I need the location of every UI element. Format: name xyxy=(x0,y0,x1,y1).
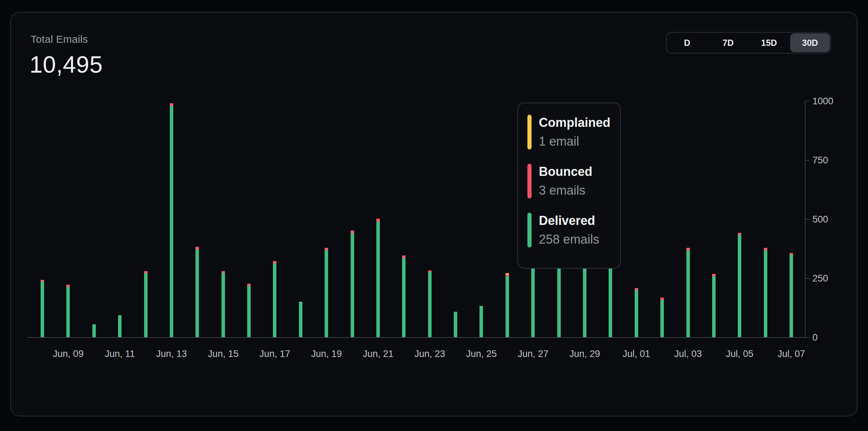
bar-jun-08[interactable] xyxy=(41,280,44,337)
bar-jul-01[interactable] xyxy=(635,288,638,337)
tooltip-label: Complained xyxy=(539,115,610,131)
range-option-d[interactable]: D xyxy=(667,33,707,52)
bar-segment-bounced xyxy=(325,248,328,250)
bar-jun-20[interactable] xyxy=(351,230,354,337)
tooltip-value: 258 emails xyxy=(539,231,599,247)
bar-segment-delivered xyxy=(273,263,276,337)
total-emails-value: 10,495 xyxy=(30,51,103,78)
bar-segment-bounced xyxy=(660,298,664,300)
bar-segment-delivered xyxy=(738,235,741,337)
bar-jul-03[interactable] xyxy=(686,248,690,337)
bar-segment-delivered xyxy=(170,106,173,337)
bar-segment-delivered xyxy=(351,233,354,337)
tooltip-label: Bounced xyxy=(539,164,592,180)
total-emails-title: Total Emails xyxy=(31,33,88,45)
bar-segment-bounced xyxy=(170,103,173,106)
bar-segment-delivered xyxy=(402,258,406,337)
bar-segment-bounced xyxy=(712,274,716,276)
bar-segment-delivered xyxy=(764,250,767,337)
range-option-7d[interactable]: 7D xyxy=(708,33,748,52)
tooltip-item-delivered: Delivered 258 emails xyxy=(527,213,612,247)
bar-segment-delivered xyxy=(506,276,509,337)
bar-segment-delivered xyxy=(222,273,225,337)
bar-segment-delivered xyxy=(635,290,638,337)
total-emails-card xyxy=(10,12,858,416)
bar-jun-13[interactable] xyxy=(170,103,173,337)
bar-jun-24[interactable] xyxy=(454,312,457,337)
bar-segment-delivered xyxy=(583,267,586,337)
bar-jul-04[interactable] xyxy=(712,274,716,337)
bar-jun-12[interactable] xyxy=(144,271,148,337)
bar-segment-delivered xyxy=(41,282,44,337)
bar-segment-delivered xyxy=(531,263,535,337)
bar-jun-14[interactable] xyxy=(195,247,199,337)
bar-segment-delivered xyxy=(660,300,664,337)
bar-jun-18[interactable] xyxy=(299,302,302,337)
bar-jun-23[interactable] xyxy=(428,270,432,337)
bar-jun-27[interactable] xyxy=(531,262,535,337)
bar-jul-02[interactable] xyxy=(660,298,664,337)
bar-jun-26[interactable] xyxy=(506,273,509,337)
bar-jun-30[interactable] xyxy=(609,266,612,337)
bar-segment-bounced xyxy=(686,248,690,250)
tooltip-value: 1 email xyxy=(539,133,610,149)
bar-segment-bounced xyxy=(376,219,380,222)
bar-jun-16[interactable] xyxy=(247,284,251,337)
bar-segment-delivered xyxy=(712,276,716,337)
bar-segment-bounced xyxy=(273,261,276,263)
bar-segment-delivered xyxy=(325,250,328,337)
bar-segment-delivered xyxy=(428,272,432,337)
bar-segment-bounced xyxy=(351,230,354,233)
bar-segment-delivered xyxy=(144,273,148,337)
tooltip-item-complained: Complained 1 email xyxy=(527,115,612,149)
bar-segment-delivered xyxy=(479,306,483,337)
bar-segment-delivered xyxy=(299,302,302,337)
tooltip-value: 3 emails xyxy=(539,182,592,198)
bar-segment-delivered xyxy=(195,250,199,337)
bar-segment-bounced xyxy=(195,247,199,250)
bar-segment-delivered xyxy=(247,286,251,337)
bar-jun-25[interactable] xyxy=(479,306,483,337)
bar-jun-19[interactable] xyxy=(325,248,328,337)
bar-jul-07[interactable] xyxy=(790,253,793,337)
bounced-swatch xyxy=(527,164,532,198)
bar-jun-29[interactable] xyxy=(583,265,586,337)
range-option-30d[interactable]: 30D xyxy=(790,33,830,52)
bar-jun-21[interactable] xyxy=(376,219,380,337)
bar-jun-22[interactable] xyxy=(402,255,406,337)
bar-jun-17[interactable] xyxy=(273,261,276,337)
bar-jun-15[interactable] xyxy=(222,271,225,337)
bar-segment-delivered xyxy=(790,255,793,337)
bar-segment-delivered xyxy=(376,222,380,337)
bar-jun-11[interactable] xyxy=(118,315,122,337)
bar-jun-28[interactable] xyxy=(557,263,561,337)
bar-jul-06[interactable] xyxy=(764,248,767,337)
bar-segment-bounced xyxy=(66,285,70,287)
bar-segment-delivered xyxy=(92,324,96,337)
bar-segment-bounced xyxy=(764,248,767,250)
tooltip-label: Delivered xyxy=(539,213,599,229)
bar-segment-delivered xyxy=(686,250,690,337)
chart-tooltip: Complained 1 email Bounced 3 emails Deli… xyxy=(517,103,621,269)
range-option-15d[interactable]: 15D xyxy=(749,33,789,52)
bar-segment-delivered xyxy=(454,312,457,337)
complained-swatch xyxy=(527,115,532,149)
range-selector: D 7D 15D 30D xyxy=(666,32,831,54)
bar-segment-delivered xyxy=(557,265,561,337)
bar-segment-bounced xyxy=(144,271,148,274)
bar-jun-10[interactable] xyxy=(92,324,96,337)
bar-segment-delivered xyxy=(118,315,122,337)
bar-segment-delivered xyxy=(66,287,70,337)
tooltip-item-bounced: Bounced 3 emails xyxy=(527,164,612,198)
bar-segment-bounced xyxy=(402,255,406,258)
bar-jun-09[interactable] xyxy=(66,285,70,337)
delivered-swatch xyxy=(527,213,532,247)
bar-segment-delivered xyxy=(609,268,612,337)
bar-jul-05[interactable] xyxy=(738,233,741,337)
